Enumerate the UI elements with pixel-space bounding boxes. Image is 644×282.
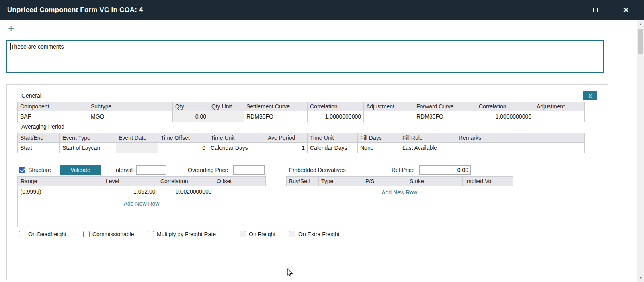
column-header: Adjustment <box>364 102 414 111</box>
column-header: Correlation <box>308 102 364 111</box>
scroll-down-icon[interactable]: ▼ <box>637 274 644 281</box>
on-freight-checkbox <box>240 231 246 237</box>
column-header: Implied Vol <box>463 177 513 186</box>
time-unit2-cell[interactable]: Calendar Days <box>308 143 358 153</box>
column-header: Time Unit <box>208 133 265 143</box>
remarks-cell[interactable] <box>456 143 585 153</box>
column-header: Subtype <box>88 102 173 111</box>
column-header: Qty <box>173 102 209 111</box>
overriding-price-input[interactable] <box>233 165 265 175</box>
structure-table-box: Range Level Correlation Offset (0,9999) … <box>17 176 276 227</box>
column-header: Component <box>18 102 88 111</box>
adjustment2-cell[interactable] <box>534 111 585 122</box>
column-header: Start/End <box>18 133 60 143</box>
structure-add-new-row-link[interactable]: Add New Row <box>18 200 265 207</box>
column-header: Adjustment <box>534 102 585 111</box>
structure-header-row: Range Level Correlation Offset <box>18 177 266 186</box>
column-header: Settlement Curve <box>244 102 308 111</box>
maximize-icon <box>593 8 598 12</box>
time-offset-cell[interactable]: 0 <box>158 143 208 153</box>
remove-component-button[interactable]: X <box>583 91 597 100</box>
scroll-up-icon[interactable]: ▲ <box>637 21 644 28</box>
derivatives-table: Buy/Sell Type P/S Strike Implied Vol <box>286 176 513 186</box>
checkbox-multiply-by-freight-rate[interactable]: Multiply by Freight Rate <box>148 231 216 237</box>
validate-button[interactable]: Validate <box>60 165 101 175</box>
derivatives-header-row: Buy/Sell Type P/S Strike Implied Vol <box>287 177 513 186</box>
text-caret <box>10 43 11 50</box>
on-extra-freight-checkbox <box>289 231 295 237</box>
minimize-button[interactable] <box>560 6 569 14</box>
offset-cell[interactable] <box>214 186 266 197</box>
range-cell[interactable]: (0,9999) <box>18 186 103 197</box>
event-date-cell[interactable] <box>116 143 158 153</box>
column-header: Level <box>103 177 158 186</box>
checkbox-on-deadfreight[interactable]: On Deadfreight <box>19 231 66 237</box>
correlation-cell[interactable]: 1.0000000000 <box>308 111 364 122</box>
derivatives-table-box: Buy/Sell Type P/S Strike Implied Vol Add… <box>286 176 524 227</box>
multiply-by-freight-rate-checkbox[interactable] <box>148 231 154 237</box>
column-header: Correlation <box>476 102 534 111</box>
close-button[interactable]: ✕ <box>621 6 630 14</box>
correlation2-cell[interactable]: 1.0000000000 <box>476 111 534 122</box>
qty-unit-cell[interactable] <box>209 111 244 122</box>
component-panel: General X Component Subtype Qty Qty Unit… <box>6 84 608 280</box>
averaging-table: Start/End Event Type Event Date Time Off… <box>17 133 585 153</box>
scrollbar-thumb[interactable] <box>638 29 643 54</box>
column-header: Event Date <box>116 133 158 143</box>
structure-table: Range Level Correlation Offset (0,9999) … <box>18 176 266 197</box>
column-header: Correlation <box>158 177 214 186</box>
averaging-header-row: Start/End Event Type Event Date Time Off… <box>18 133 585 143</box>
structure-checkbox-label: Structure <box>28 167 51 173</box>
start-end-cell[interactable]: Start <box>18 143 60 153</box>
structure-checkbox[interactable] <box>19 167 25 173</box>
ref-price-input[interactable] <box>419 165 471 175</box>
close-icon: ✕ <box>623 7 629 14</box>
settlement-curve-cell[interactable]: RDM35FO <box>244 111 308 122</box>
level-cell[interactable]: 1,092.00 <box>103 186 158 197</box>
fill-days-cell[interactable]: None <box>358 143 400 153</box>
time-unit-cell[interactable]: Calendar Days <box>208 143 265 153</box>
minimize-icon <box>562 10 568 10</box>
column-header: P/S <box>363 177 407 186</box>
toolbar: + <box>0 20 637 36</box>
on-freight-label: On Freight <box>249 231 275 237</box>
commissionable-checkbox[interactable] <box>83 231 90 237</box>
interval-input[interactable] <box>136 165 166 175</box>
comments-textarea[interactable]: These are comments <box>7 41 603 72</box>
correlation-cell[interactable]: 0.0020000000 <box>158 186 214 197</box>
general-section-label: General <box>21 92 41 99</box>
checkbox-on-extra-freight: On Extra Freight <box>289 231 340 237</box>
column-header: Buy/Sell <box>287 177 319 186</box>
adjustment-cell[interactable] <box>364 111 414 122</box>
general-table: Component Subtype Qty Qty Unit Settlemen… <box>17 102 585 122</box>
derivatives-add-new-row-link[interactable]: Add New Row <box>286 189 513 196</box>
fill-rule-cell[interactable]: Last Available <box>400 143 456 153</box>
vertical-scrollbar[interactable]: ▲ ▼ <box>637 20 644 282</box>
general-header-row: Component Subtype Qty Qty Unit Settlemen… <box>18 102 585 111</box>
averaging-data-row: Start Start of Laycan 0 Calendar Days 1 … <box>18 143 585 153</box>
mouse-cursor-icon <box>287 268 293 277</box>
ave-period-cell[interactable]: 1 <box>265 143 308 153</box>
checkbox-on-freight: On Freight <box>240 231 275 237</box>
on-deadfreight-checkbox[interactable] <box>19 231 25 237</box>
component-cell[interactable]: BAF <box>18 111 88 122</box>
event-type-cell[interactable]: Start of Laycan <box>60 143 116 153</box>
add-icon[interactable]: + <box>8 23 14 33</box>
structure-checkbox-group[interactable]: Structure <box>19 165 51 175</box>
subtype-cell[interactable]: MGO <box>88 111 173 122</box>
column-header: Time Unit <box>308 133 358 143</box>
averaging-section-label: Averaging Period <box>21 123 64 130</box>
column-header: Range <box>18 177 103 186</box>
overriding-price-label: Overriding Price <box>188 167 228 173</box>
multiply-by-freight-rate-label: Multiply by Freight Rate <box>157 231 216 237</box>
column-header: Type <box>319 177 363 186</box>
window-controls: ✕ <box>560 6 637 14</box>
forward-curve-cell[interactable]: RDM35FO <box>414 111 476 122</box>
column-header: Qty Unit <box>209 102 244 111</box>
column-header: Fill Rule <box>400 133 456 143</box>
maximize-button[interactable] <box>591 6 600 14</box>
column-header: Ave Period <box>265 133 308 143</box>
qty-cell[interactable]: 0.00 <box>173 111 209 122</box>
checkbox-commissionable[interactable]: Commissionable <box>83 231 134 237</box>
embedded-derivatives-label: Embedded Derivatives <box>289 167 346 173</box>
